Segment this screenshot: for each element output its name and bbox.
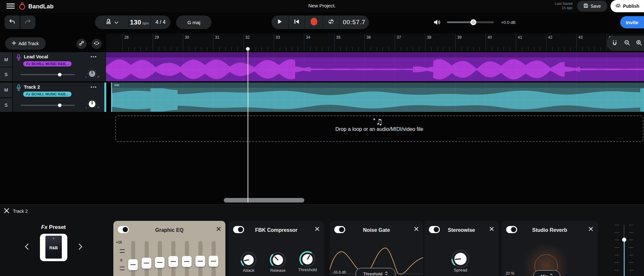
ruler-tick [522, 47, 522, 51]
dropzone[interactable]: ♫ + Drop a loop or an audio/MIDI/video f… [115, 115, 643, 142]
release-label: Release [270, 268, 286, 273]
zoom-in-icon[interactable] [636, 40, 642, 47]
track1-volume-slider[interactable] [21, 74, 75, 75]
preset-next-button[interactable] [79, 243, 83, 251]
ruler-tick [594, 47, 595, 51]
studio-reverb-title: Studio Reverb [502, 227, 598, 233]
stereowise-close-icon[interactable] [489, 227, 494, 232]
track2-mute-button[interactable]: M [0, 83, 12, 97]
eq-band-fader[interactable] [209, 256, 218, 267]
track1-volume-handle[interactable] [58, 73, 62, 76]
eq-band-fader[interactable] [128, 259, 138, 270]
preset-artwork[interactable]: b R&B [40, 234, 67, 261]
eq-band-fader[interactable] [168, 256, 178, 267]
hamburger-menu-button[interactable] [6, 4, 15, 9]
eq-scale-tick [120, 267, 125, 267]
track1-mute-button[interactable]: M [0, 52, 12, 67]
ruler-tick [310, 47, 310, 51]
bandlab-logo-text: BandLab [28, 3, 53, 10]
track2-audio-clip[interactable]: vav [111, 83, 644, 112]
track2-pan-knob[interactable] [86, 99, 98, 110]
metronome-button[interactable] [95, 15, 128, 29]
track1-fx-badge[interactable]: Fx BCHILL MUSIC R&B... [23, 61, 71, 66]
bandlab-logo[interactable]: BandLab [18, 2, 53, 12]
eq-band-track[interactable] [131, 241, 135, 276]
record-button[interactable] [305, 15, 323, 29]
ruler-bar-line [395, 34, 395, 51]
eq-band-fader[interactable] [182, 256, 192, 267]
key-button[interactable]: G maj [176, 15, 212, 29]
track2-header[interactable]: Track 2 Fx BCHILL MUSIC R&B... L R [13, 83, 106, 112]
graphic-eq-close-icon[interactable] [216, 227, 221, 232]
metronome-icon [105, 18, 112, 26]
ruler-tick [473, 47, 474, 51]
playhead-handle[interactable] [246, 47, 250, 51]
undo-button[interactable] [5, 15, 20, 29]
play-button[interactable] [271, 15, 288, 29]
zoom-out-icon[interactable] [624, 40, 630, 47]
master-volume-slider[interactable] [447, 21, 494, 23]
preset-box-genre: R&B [50, 246, 58, 250]
publish-button[interactable]: Publish [611, 0, 644, 12]
rewind-to-start-button[interactable] [289, 15, 305, 29]
add-track-button[interactable]: Add Track [5, 37, 46, 50]
time-stretch-button[interactable] [91, 39, 102, 49]
timeline-ruler[interactable]: 2829303132333435363738394041424344 [106, 34, 644, 51]
track1-name[interactable]: Lead Vocal [24, 54, 48, 59]
publish-cloud-icon [615, 3, 621, 9]
add-track-label: Add Track [18, 41, 39, 46]
studio-reverb-close-icon[interactable] [589, 227, 593, 232]
save-button[interactable]: Save [577, 1, 607, 12]
fbk-compressor-close-icon[interactable] [315, 227, 319, 232]
close-panel-button[interactable] [4, 208, 9, 215]
fader-tick [614, 240, 619, 240]
snap-magnet-icon[interactable] [612, 40, 618, 47]
ruler-tick [165, 47, 165, 51]
ruler-bar-number: 43 [578, 35, 582, 40]
bpm-button[interactable]: 130 bpm [128, 15, 150, 29]
track2-volume-handle[interactable] [58, 104, 62, 107]
eq-band-fader[interactable] [155, 257, 165, 268]
ruler-tick [340, 47, 341, 51]
sounds-button[interactable] [76, 39, 87, 49]
track1-header[interactable]: Lead Vocal Fx BCHILL MUSIC R&B... L R [13, 52, 106, 81]
threshold-knob[interactable]: Threshold [295, 250, 320, 272]
ruler-tick [552, 47, 553, 51]
solo-label: S [5, 103, 7, 108]
redo-button[interactable] [20, 15, 35, 29]
track2-name[interactable]: Track 2 [24, 84, 40, 90]
fader-track-bottom [624, 241, 625, 276]
eq-band-fader[interactable] [195, 256, 205, 267]
track1-pan-knob[interactable] [86, 68, 98, 80]
ruler-tick [225, 47, 226, 51]
track2-menu-button[interactable] [91, 86, 96, 88]
track2-volume-slider[interactable] [21, 105, 75, 106]
save-label: Save [591, 4, 601, 9]
preset-prev-button[interactable] [24, 243, 29, 251]
fader-handle[interactable] [622, 238, 626, 242]
track1-solo-button[interactable]: S [0, 67, 12, 81]
attack-knob[interactable]: Attack [236, 251, 261, 273]
track1-menu-button[interactable] [91, 56, 96, 57]
ruler-tick [564, 47, 564, 51]
noise-gate-close-icon[interactable] [414, 227, 419, 232]
horizontal-scrollbar[interactable] [224, 198, 304, 202]
reverb-mix-selector[interactable]: Mix [533, 270, 560, 276]
ruler-tick [479, 47, 480, 51]
playhead[interactable] [248, 48, 248, 202]
master-volume-handle[interactable] [470, 19, 476, 25]
ruler-tick [328, 47, 328, 51]
loop-button[interactable] [323, 15, 339, 29]
panel-track-name: Track 2 [13, 209, 28, 214]
gate-threshold-selector[interactable]: Threshold [355, 268, 395, 276]
eq-band-fader[interactable] [142, 258, 151, 269]
time-signature-button[interactable]: 4 / 4 [151, 15, 170, 29]
track2-solo-button[interactable]: S [0, 98, 12, 112]
track2-fx-badge[interactable]: Fx BCHILL MUSIC R&B... [23, 92, 71, 97]
spread-knob[interactable]: Spread [448, 249, 473, 272]
release-knob[interactable]: Release [265, 251, 291, 273]
invite-button[interactable]: Invite [620, 16, 644, 28]
ruler-tick [558, 47, 559, 51]
ruler-tick [431, 47, 431, 51]
track1-audio-clip[interactable] [106, 52, 644, 81]
